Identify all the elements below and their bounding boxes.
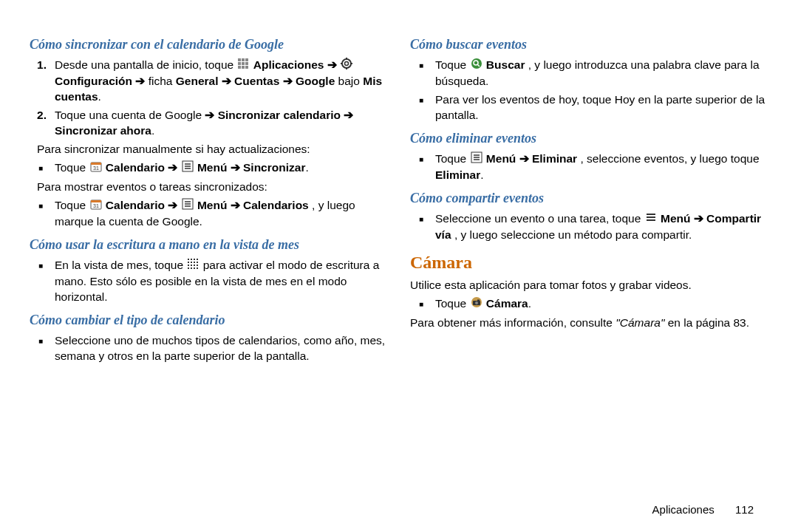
dot: . bbox=[305, 161, 308, 174]
arrow-icon: ➔ bbox=[327, 58, 340, 71]
config-label: Configuración bbox=[55, 75, 132, 87]
step-1: Desde una pantalla de inicio, toque Apli… bbox=[55, 58, 388, 105]
text: Toque bbox=[435, 58, 470, 71]
text: , y luego introduzca una palabra clave p… bbox=[435, 58, 760, 87]
text: bajo bbox=[338, 75, 364, 87]
text: En la vista de mes, toque bbox=[55, 259, 186, 271]
manual-sync-list: Toque Calendario ➔ Menú ➔ Sincronizar. bbox=[30, 160, 388, 177]
calendar-label: Calendario bbox=[106, 161, 165, 174]
text: Toque bbox=[435, 297, 470, 310]
list-item: Toque Calendario ➔ Menú ➔ Sincronizar. bbox=[55, 160, 388, 177]
arrow-icon: ➔ bbox=[168, 161, 180, 174]
gear-icon bbox=[341, 58, 352, 74]
text: Toque bbox=[55, 161, 89, 174]
menu-label: Menú bbox=[197, 199, 227, 211]
arrow-icon: ➔ bbox=[283, 75, 296, 87]
show-events-list: Toque Calendario ➔ Menú ➔ Calendarios , … bbox=[30, 198, 388, 230]
search-icon bbox=[471, 58, 482, 74]
sync-cal-label: Sincronizar calendario bbox=[218, 109, 341, 121]
right-column: Cómo buscar eventos Toque Buscar , y lue… bbox=[410, 30, 768, 367]
dot: . bbox=[480, 168, 483, 181]
dot: . bbox=[98, 90, 101, 103]
apps-label: Aplicaciones bbox=[253, 58, 324, 71]
arrow-icon: ➔ bbox=[135, 75, 145, 87]
list-item: Toque Menú ➔ Eliminar , seleccione event… bbox=[435, 151, 768, 183]
apps-icon bbox=[237, 58, 249, 74]
share-events-list: Seleccione un evento o una tarea, toque … bbox=[410, 211, 768, 243]
handwriting-list: En la vista de mes, toque para activar e… bbox=[30, 258, 388, 305]
menu-icon bbox=[471, 151, 482, 168]
menu-label: Menú bbox=[661, 212, 690, 225]
dot: . bbox=[528, 297, 531, 310]
arrow-icon: ➔ bbox=[344, 109, 353, 121]
camera-ref: Para obtener más información, consulte "… bbox=[410, 316, 768, 331]
google-label: Google bbox=[296, 75, 335, 87]
list-item: Toque Buscar , y luego introduzca una pa… bbox=[435, 58, 768, 89]
accounts-label: Cuentas bbox=[234, 75, 279, 87]
text: Toque una cuenta de Google bbox=[55, 109, 205, 121]
list-item: Toque Calendario ➔ Menú ➔ Calendarios , … bbox=[55, 198, 388, 230]
section-name: Aplicaciones bbox=[652, 503, 715, 516]
text: , y luego seleccione un método para comp… bbox=[454, 228, 692, 241]
list-item: En la vista de mes, toque para activar e… bbox=[55, 258, 388, 305]
change-type-list: Seleccione uno de muchos tipos de calend… bbox=[30, 333, 388, 364]
arrow-icon: ➔ bbox=[168, 199, 180, 211]
list-item: Seleccione uno de muchos tipos de calend… bbox=[55, 333, 388, 364]
text: Desde una pantalla de inicio, toque bbox=[55, 58, 236, 71]
text: Para obtener más información, consulte bbox=[410, 316, 615, 329]
ref-link: "Cámara" bbox=[615, 316, 664, 329]
search-events-list: Toque Buscar , y luego introduzca una pa… bbox=[410, 58, 768, 123]
heading-sync-google: Cómo sincronizar con el calendario de Go… bbox=[30, 35, 388, 53]
grid-icon bbox=[187, 258, 199, 274]
delete-label: Eliminar bbox=[532, 152, 577, 165]
calendar-label: Calendario bbox=[106, 199, 165, 211]
page-footer: Aplicaciones 112 bbox=[652, 503, 754, 516]
camera-icon bbox=[471, 296, 482, 313]
step-2: Toque una cuenta de Google ➔ Sincronizar… bbox=[55, 108, 388, 139]
dot: . bbox=[151, 124, 154, 137]
arrow-icon: ➔ bbox=[222, 75, 234, 87]
menu-label: Menú bbox=[486, 152, 516, 165]
list-item: Para ver los eventos de hoy, toque Hoy e… bbox=[435, 92, 768, 123]
arrow-icon: ➔ bbox=[231, 161, 243, 174]
list-item: Toque Cámara. bbox=[435, 296, 768, 313]
manual-sync-text: Para sincronizar manualmente si hay actu… bbox=[37, 142, 388, 157]
calendar-icon bbox=[90, 160, 102, 177]
sync-label: Sincronizar bbox=[243, 161, 305, 174]
heading-camera: Cámara bbox=[410, 250, 768, 274]
arrow-icon: ➔ bbox=[519, 152, 532, 165]
camera-desc: Utilice esta aplicación para tomar fotos… bbox=[410, 278, 768, 293]
text: Toque bbox=[55, 199, 89, 211]
arrow-icon: ➔ bbox=[231, 199, 243, 211]
menu-icon bbox=[182, 198, 194, 214]
heading-delete-events: Cómo eliminar eventos bbox=[410, 129, 768, 147]
menu-lines-icon bbox=[645, 211, 657, 228]
text: en la página 83. bbox=[668, 316, 749, 329]
left-column: Cómo sincronizar con el calendario de Go… bbox=[30, 30, 388, 367]
arrow-icon: ➔ bbox=[205, 109, 214, 121]
text: Seleccione un evento o una tarea, toque bbox=[435, 212, 644, 225]
delete-label: Eliminar bbox=[435, 168, 480, 181]
page-content: Cómo sincronizar con el calendario de Go… bbox=[0, 0, 798, 367]
camera-label: Cámara bbox=[486, 297, 528, 310]
search-label: Buscar bbox=[486, 58, 525, 71]
menu-label: Menú bbox=[197, 161, 227, 174]
arrow-icon: ➔ bbox=[694, 212, 706, 225]
page-number: 112 bbox=[735, 503, 754, 516]
show-events-text: Para mostrar eventos o tareas sincroniza… bbox=[37, 180, 388, 195]
text: Toque bbox=[435, 152, 470, 165]
heading-change-calendar-type: Cómo cambiar el tipo de calendario bbox=[30, 311, 388, 329]
calendar-icon bbox=[90, 198, 102, 214]
heading-search-events: Cómo buscar eventos bbox=[410, 35, 768, 53]
heading-share-events: Cómo compartir eventos bbox=[410, 189, 768, 207]
menu-icon bbox=[182, 160, 194, 177]
list-item: Seleccione un evento o una tarea, toque … bbox=[435, 211, 768, 243]
sync-now-label: Sincronizar ahora bbox=[55, 124, 151, 137]
text: ficha bbox=[149, 75, 176, 87]
camera-list: Toque Cámara. bbox=[410, 296, 768, 313]
heading-handwriting: Cómo usar la escritura a mano en la vist… bbox=[30, 236, 388, 253]
text: , seleccione eventos, y luego toque bbox=[580, 152, 759, 165]
calendars-label: Calendarios bbox=[243, 199, 309, 211]
delete-events-list: Toque Menú ➔ Eliminar , seleccione event… bbox=[410, 151, 768, 183]
general-label: General bbox=[176, 75, 219, 87]
